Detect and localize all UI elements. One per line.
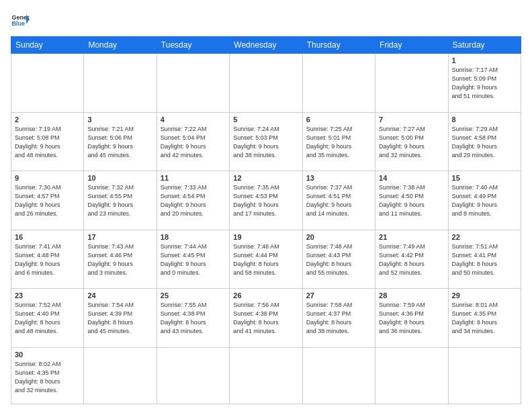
day-info: Sunrise: 8:02 AM Sunset: 4:35 PM Dayligh… — [15, 360, 80, 395]
weekday-wednesday: Wednesday — [230, 37, 302, 54]
day-info: Sunrise: 7:32 AM Sunset: 4:55 PM Dayligh… — [87, 183, 152, 218]
day-info: Sunrise: 7:35 AM Sunset: 4:53 PM Dayligh… — [233, 183, 298, 218]
day-number: 14 — [379, 174, 444, 182]
day-number: 1 — [452, 56, 517, 64]
calendar-week-row: 23Sunrise: 7:52 AM Sunset: 4:40 PM Dayli… — [11, 289, 521, 348]
calendar-cell: 13Sunrise: 7:37 AM Sunset: 4:51 PM Dayli… — [302, 171, 375, 230]
calendar-cell: 21Sunrise: 7:49 AM Sunset: 4:42 PM Dayli… — [375, 230, 448, 289]
calendar-cell: 10Sunrise: 7:32 AM Sunset: 4:55 PM Dayli… — [84, 171, 157, 230]
calendar-cell — [375, 347, 448, 404]
calendar-cell — [302, 54, 375, 113]
weekday-saturday: Saturday — [448, 37, 521, 54]
calendar-cell — [230, 54, 302, 113]
weekday-monday: Monday — [84, 37, 157, 54]
calendar-cell: 26Sunrise: 7:56 AM Sunset: 4:38 PM Dayli… — [230, 289, 302, 348]
day-number: 4 — [161, 116, 226, 124]
calendar-cell: 5Sunrise: 7:24 AM Sunset: 5:03 PM Daylig… — [230, 112, 302, 171]
calendar-cell: 15Sunrise: 7:40 AM Sunset: 4:49 PM Dayli… — [448, 171, 521, 230]
calendar-cell: 30Sunrise: 8:02 AM Sunset: 4:35 PM Dayli… — [11, 347, 84, 404]
day-number: 25 — [161, 291, 226, 300]
day-info: Sunrise: 7:56 AM Sunset: 4:38 PM Dayligh… — [233, 301, 298, 336]
calendar-week-row: 2Sunrise: 7:19 AM Sunset: 5:08 PM Daylig… — [11, 112, 521, 171]
day-number: 21 — [379, 233, 444, 241]
calendar-cell — [84, 347, 157, 404]
calendar-cell — [448, 347, 521, 404]
calendar-cell: 29Sunrise: 8:01 AM Sunset: 4:35 PM Dayli… — [448, 289, 521, 348]
calendar-cell: 16Sunrise: 7:41 AM Sunset: 4:48 PM Dayli… — [11, 230, 84, 289]
calendar-cell: 25Sunrise: 7:55 AM Sunset: 4:38 PM Dayli… — [157, 289, 229, 348]
day-info: Sunrise: 7:43 AM Sunset: 4:46 PM Dayligh… — [87, 242, 152, 277]
calendar-cell: 20Sunrise: 7:48 AM Sunset: 4:43 PM Dayli… — [302, 230, 375, 289]
day-info: Sunrise: 7:37 AM Sunset: 4:51 PM Dayligh… — [306, 183, 371, 218]
calendar-cell: 8Sunrise: 7:29 AM Sunset: 4:58 PM Daylig… — [448, 112, 521, 171]
day-number: 26 — [233, 291, 298, 300]
calendar-cell: 24Sunrise: 7:54 AM Sunset: 4:39 PM Dayli… — [84, 289, 157, 348]
day-info: Sunrise: 8:01 AM Sunset: 4:35 PM Dayligh… — [452, 301, 517, 336]
day-info: Sunrise: 7:30 AM Sunset: 4:57 PM Dayligh… — [15, 183, 80, 218]
day-number: 10 — [87, 174, 152, 182]
day-info: Sunrise: 7:22 AM Sunset: 5:04 PM Dayligh… — [161, 125, 226, 160]
calendar-cell — [11, 54, 84, 113]
day-info: Sunrise: 7:25 AM Sunset: 5:01 PM Dayligh… — [306, 125, 371, 160]
day-info: Sunrise: 7:46 AM Sunset: 4:44 PM Dayligh… — [233, 242, 298, 277]
calendar-week-row: 9Sunrise: 7:30 AM Sunset: 4:57 PM Daylig… — [11, 171, 521, 230]
calendar-week-row: 30Sunrise: 8:02 AM Sunset: 4:35 PM Dayli… — [11, 347, 521, 404]
day-info: Sunrise: 7:21 AM Sunset: 5:06 PM Dayligh… — [87, 125, 152, 160]
day-info: Sunrise: 7:19 AM Sunset: 5:08 PM Dayligh… — [15, 125, 80, 160]
day-info: Sunrise: 7:51 AM Sunset: 4:41 PM Dayligh… — [452, 242, 517, 277]
svg-text:Blue: Blue — [11, 20, 25, 27]
weekday-header-row: SundayMondayTuesdayWednesdayThursdayFrid… — [11, 37, 521, 54]
day-info: Sunrise: 7:49 AM Sunset: 4:42 PM Dayligh… — [379, 242, 444, 277]
calendar-table: SundayMondayTuesdayWednesdayThursdayFrid… — [11, 36, 521, 404]
calendar-cell: 27Sunrise: 7:58 AM Sunset: 4:37 PM Dayli… — [302, 289, 375, 348]
day-number: 17 — [87, 233, 152, 241]
calendar-cell: 6Sunrise: 7:25 AM Sunset: 5:01 PM Daylig… — [302, 112, 375, 171]
day-number: 27 — [306, 291, 371, 300]
day-number: 2 — [15, 116, 80, 124]
logo: General Blue — [11, 11, 30, 30]
weekday-tuesday: Tuesday — [157, 37, 229, 54]
weekday-sunday: Sunday — [11, 37, 84, 54]
calendar-cell: 17Sunrise: 7:43 AM Sunset: 4:46 PM Dayli… — [84, 230, 157, 289]
day-number: 29 — [452, 291, 517, 300]
calendar-cell: 3Sunrise: 7:21 AM Sunset: 5:06 PM Daylig… — [84, 112, 157, 171]
day-info: Sunrise: 7:48 AM Sunset: 4:43 PM Dayligh… — [306, 242, 371, 277]
general-blue-logo-icon: General Blue — [11, 11, 30, 30]
calendar-cell: 18Sunrise: 7:44 AM Sunset: 4:45 PM Dayli… — [157, 230, 229, 289]
day-number: 7 — [379, 116, 444, 124]
day-number: 5 — [233, 116, 298, 124]
day-number: 16 — [15, 233, 80, 241]
calendar-cell — [302, 347, 375, 404]
day-number: 23 — [15, 291, 80, 300]
calendar-cell: 1Sunrise: 7:17 AM Sunset: 5:09 PM Daylig… — [448, 54, 521, 113]
day-info: Sunrise: 7:58 AM Sunset: 4:37 PM Dayligh… — [306, 301, 371, 336]
day-info: Sunrise: 7:17 AM Sunset: 5:09 PM Dayligh… — [452, 66, 517, 101]
calendar-cell: 9Sunrise: 7:30 AM Sunset: 4:57 PM Daylig… — [11, 171, 84, 230]
calendar-cell — [230, 347, 302, 404]
weekday-thursday: Thursday — [302, 37, 375, 54]
header: General Blue — [11, 11, 521, 30]
calendar-cell: 2Sunrise: 7:19 AM Sunset: 5:08 PM Daylig… — [11, 112, 84, 171]
calendar-cell: 22Sunrise: 7:51 AM Sunset: 4:41 PM Dayli… — [448, 230, 521, 289]
calendar-cell: 14Sunrise: 7:38 AM Sunset: 4:50 PM Dayli… — [375, 171, 448, 230]
day-info: Sunrise: 7:24 AM Sunset: 5:03 PM Dayligh… — [233, 125, 298, 160]
day-info: Sunrise: 7:55 AM Sunset: 4:38 PM Dayligh… — [161, 301, 226, 336]
calendar-cell: 19Sunrise: 7:46 AM Sunset: 4:44 PM Dayli… — [230, 230, 302, 289]
day-info: Sunrise: 7:38 AM Sunset: 4:50 PM Dayligh… — [379, 183, 444, 218]
day-number: 24 — [87, 291, 152, 300]
calendar-cell: 28Sunrise: 7:59 AM Sunset: 4:36 PM Dayli… — [375, 289, 448, 348]
page: General Blue SundayMondayTuesdayWednesda… — [0, 0, 532, 411]
day-number: 9 — [15, 174, 80, 182]
day-number: 12 — [233, 174, 298, 182]
calendar-cell: 23Sunrise: 7:52 AM Sunset: 4:40 PM Dayli… — [11, 289, 84, 348]
day-number: 8 — [452, 116, 517, 124]
calendar-cell — [375, 54, 448, 113]
day-number: 30 — [15, 351, 80, 359]
day-info: Sunrise: 7:52 AM Sunset: 4:40 PM Dayligh… — [15, 301, 80, 336]
calendar-week-row: 1Sunrise: 7:17 AM Sunset: 5:09 PM Daylig… — [11, 54, 521, 113]
day-number: 28 — [379, 291, 444, 300]
day-info: Sunrise: 7:40 AM Sunset: 4:49 PM Dayligh… — [452, 183, 517, 218]
calendar-week-row: 16Sunrise: 7:41 AM Sunset: 4:48 PM Dayli… — [11, 230, 521, 289]
weekday-friday: Friday — [375, 37, 448, 54]
day-number: 11 — [161, 174, 226, 182]
